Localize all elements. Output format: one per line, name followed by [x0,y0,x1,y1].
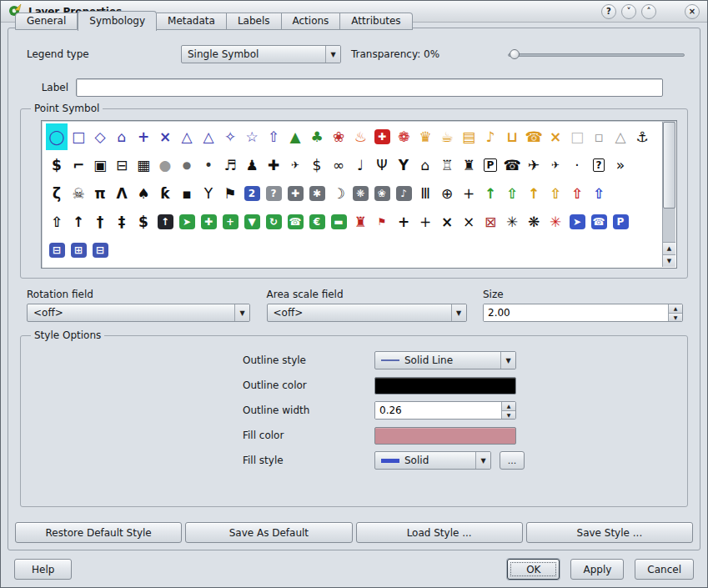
symbol-badge-nav-green[interactable]: ➤ [176,209,198,235]
restore-default-style-button[interactable]: Restore Default Style [15,522,182,543]
symbol-triangle[interactable]: △ [176,123,198,150]
symbol-crosshair[interactable]: ⊕ [436,180,458,207]
symbol-badge-arrow-black[interactable]: ↑ [154,209,176,235]
symbol-x-thin[interactable]: × [458,209,480,235]
symbol-star[interactable]: ☆ [241,123,263,150]
titlebar-lower-button[interactable]: ˅ [621,4,636,19]
symbol-martini-glass[interactable]: Y [198,180,219,207]
symbol-bus-blue[interactable]: ⊟ [46,237,68,264]
symbol-diamond[interactable]: ◇ [89,123,111,150]
symbol-hospital[interactable]: ✚ [263,152,284,178]
symbol-snowflake-red[interactable]: ✳ [545,209,566,235]
label-input[interactable] [76,78,663,97]
symbol-arrow-black[interactable]: ⇧ [46,209,68,235]
area-scale-field-combo[interactable]: <off> ▼ [267,304,467,322]
symbol-runway-cross[interactable]: + [393,209,414,235]
symbol-square[interactable]: □ [68,123,89,150]
symbol-first-aid[interactable]: ✚ [371,123,393,150]
symbol-house[interactable]: ⌂ [414,152,436,178]
fill-style-combo[interactable]: Solid ▼ [374,451,491,470]
scroll-up-button[interactable]: ▲ [663,242,675,254]
symbol-star-diamond[interactable]: ✧ [219,123,241,150]
rotation-field-combo[interactable]: <off> ▼ [27,304,250,322]
symbol-circle-gray[interactable]: ● [154,152,176,178]
symbol-car[interactable]: ⊟ [111,152,133,178]
symbol-arrow-up[interactable]: ⇧ [263,123,284,150]
symbol-wine[interactable]: Y [393,152,414,178]
outline-width-spin-up-button[interactable]: ▲ [502,402,515,410]
symbol-x-boxed[interactable]: ⊠ [480,209,501,235]
symbol-camera[interactable]: ▣ [89,152,111,178]
symbol-church-cross[interactable]: † [89,209,111,235]
symbol-circle[interactable]: ◯ [46,123,68,150]
symbol-gull[interactable]: » [610,152,631,178]
tab-metadata[interactable]: Metadata [157,13,227,30]
symbol-arrow-blue[interactable]: ⇧ [588,180,610,207]
load-style-button[interactable]: Load Style ... [356,522,523,543]
symbol-pistol[interactable]: ⌐ [68,152,89,178]
symbol-ticket[interactable]: ▤ [458,123,480,150]
symbol-parking-blue[interactable]: P [610,209,631,235]
symbol-arrow-green[interactable]: ↑ [480,180,501,207]
symbol-tent[interactable]: Λ [111,180,133,207]
symbol-airplane-small[interactable]: ✈ [545,152,566,178]
symbol-badge-euro-green[interactable]: € [306,209,328,235]
symbol-people[interactable]: ♟ [241,152,263,178]
close-button[interactable]: × [685,4,700,19]
symbol-bank-note[interactable]: ♬ [219,152,241,178]
ok-button[interactable]: OK [507,559,560,580]
symbol-dollar-bold[interactable]: $ [133,209,154,235]
outline-color-button[interactable] [374,377,516,395]
symbol-badge-help[interactable]: ? [263,180,284,207]
slider-handle[interactable] [510,49,520,59]
symbol-dollar[interactable]: $ [46,152,68,178]
symbol-arrow-red[interactable]: ⇧ [566,180,588,207]
symbol-flag[interactable]: ⚑ [219,180,241,207]
scrollbar-thumb[interactable] [663,122,675,209]
size-spin-down-button[interactable]: ▼ [669,313,682,322]
save-as-default-button[interactable]: Save As Default [185,522,352,543]
symbol-arrow-black-thin[interactable]: ↑ [68,209,89,235]
symbol-tram-blue[interactable]: ⊟ [89,237,111,264]
cancel-button[interactable]: Cancel [635,559,694,580]
symbol-cup[interactable]: ☕ [436,123,458,150]
symbol-cross-x[interactable]: × [154,123,176,150]
symbol-snowflake-2[interactable]: ❋ [523,209,545,235]
size-spin-up-button[interactable]: ▲ [669,304,682,313]
symbol-badge-mic[interactable]: ♪ [393,180,414,207]
save-style-button[interactable]: Save Style ... [526,522,693,543]
symbol-arrow-yellow-2[interactable]: ⇧ [545,180,566,207]
tab-actions[interactable]: Actions [282,13,341,30]
symbol-snowflake[interactable]: ✳ [501,209,523,235]
symbol-anchor[interactable]: ⚓ [631,123,653,150]
symbol-church[interactable]: ♖ [436,152,458,178]
symbol-arrow-green-2[interactable]: ⇧ [501,180,523,207]
titlebar-raise-button[interactable]: ˄ [641,4,656,19]
symbol-runway-cross-2[interactable]: + [414,209,436,235]
fill-color-button[interactable] [374,427,516,445]
tab-labels[interactable]: Labels [227,13,282,30]
symbol-building[interactable]: ▦ [133,152,154,178]
symbol-parking[interactable]: P [480,152,501,178]
symbol-question[interactable]: ? [588,152,610,178]
symbol-badge-phone-blue[interactable]: ☎ [588,209,610,235]
symbol-triangle-light[interactable]: △ [610,123,631,150]
symbol-water-skier[interactable]: ζ [46,180,68,207]
symbol-badge-flower[interactable]: ❀ [371,180,393,207]
symbol-airplane[interactable]: ✈ [523,152,545,178]
symbol-badge-refresh-green[interactable]: ↻ [263,209,284,235]
symbol-mug[interactable]: ⊔ [501,123,523,150]
symbol-badge-car-green[interactable]: ▬ [328,209,349,235]
symbol-dot-small[interactable]: · [566,152,588,178]
help-button[interactable]: Help [14,559,72,580]
symbol-fire[interactable]: ♨ [349,123,371,150]
symbol-tree-black[interactable]: ♠ [133,180,154,207]
symbol-note[interactable]: ♩ [349,152,371,178]
fill-style-more-button[interactable]: ... [500,451,525,470]
symbol-bones[interactable]: × [545,123,566,150]
symbol-badge-nav-blue[interactable]: ➤ [566,209,588,235]
symbol-bird[interactable]: ✈ [284,152,306,178]
symbol-cross[interactable]: + [133,123,154,150]
symbol-horn[interactable]: ♪ [480,123,501,150]
symbol-circle-dark[interactable]: ● [176,152,198,178]
